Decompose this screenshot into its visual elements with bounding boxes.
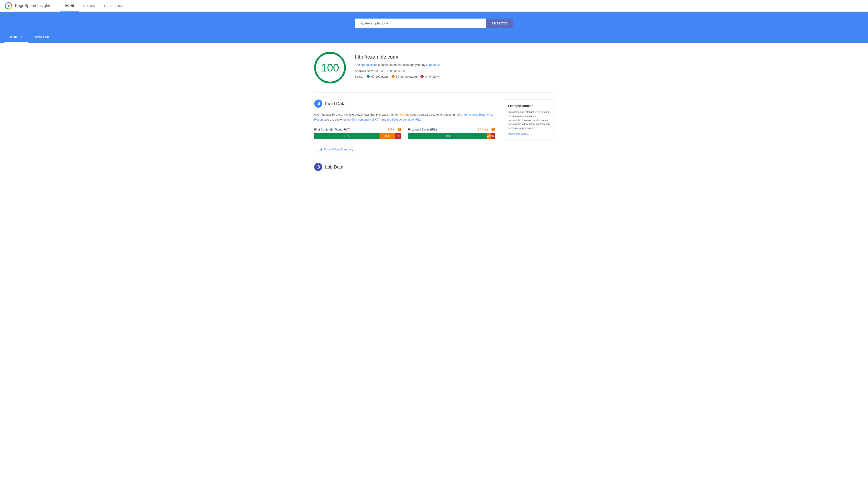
- logo: PageSpeed Insights: [4, 2, 51, 10]
- field-data-icon: [314, 99, 322, 108]
- scale-dot-average: [392, 75, 395, 78]
- fid-value-row: 147 ms i: [478, 128, 495, 131]
- scale-label: Scale:: [355, 75, 363, 78]
- scale-label-average: 50-89 (average): [396, 75, 417, 78]
- fid-progress-bar: 93% 4% 3%: [408, 133, 495, 139]
- main-nav: HOME GUIDES REFERENCE: [60, 0, 128, 12]
- fcp-link[interactable]: the 90th percentile of FCP: [347, 118, 381, 121]
- scale-item-slow: 0-49 (slow): [420, 75, 439, 78]
- sidebar-card-link[interactable]: More information...: [508, 132, 529, 135]
- score-circle: 100: [314, 52, 346, 83]
- score-url: http://example.com/: [355, 54, 441, 60]
- score-info: http://example.com/ The speed score is b…: [355, 52, 441, 78]
- nav-item-reference[interactable]: REFERENCE: [100, 0, 128, 12]
- fid-bar-green: 93%: [408, 133, 487, 139]
- nav-item-guides[interactable]: GUIDES: [79, 0, 100, 12]
- fcp-bar-orange: 18%: [379, 133, 395, 139]
- field-data-title: Field Data: [325, 101, 346, 106]
- fid-bar-orange: 4%: [487, 133, 491, 139]
- url-input[interactable]: [355, 19, 486, 28]
- scale-item-average: 50-89 (average): [392, 75, 417, 78]
- lab-data-icon: [314, 163, 322, 171]
- field-desc-3: . We are showing: [323, 118, 347, 121]
- origin-summary-button[interactable]: Show Origin Summary: [314, 145, 357, 154]
- fcp-value: 1.9 s: [388, 128, 394, 131]
- score-circle-container: 100: [314, 52, 346, 83]
- lighthouse-link[interactable]: Lighthouse: [426, 63, 440, 66]
- metric-fid: First Input Delay (FID) 147 ms i 93% 4% …: [408, 128, 495, 139]
- content-row: Field Data Over the last 30 days, the fi…: [314, 99, 554, 175]
- fcp-label: First Contentful Paint (FCP): [314, 128, 350, 131]
- analyze-button[interactable]: ANALYZE: [486, 19, 513, 28]
- svg-point-0: [8, 5, 9, 7]
- svg-rect-1: [317, 104, 317, 105]
- stopwatch-icon: [316, 165, 320, 169]
- lab-data-title: Lab Data: [325, 165, 343, 170]
- fid-bar-red: 3%: [491, 133, 495, 139]
- content-sidebar: Example Domain This domain is establishe…: [504, 99, 554, 175]
- lab-data-header: Lab Data: [314, 163, 495, 171]
- fid-value: 147 ms: [478, 128, 488, 131]
- fcp-progress-bar: 75% 18% 7%: [314, 133, 401, 139]
- header: PageSpeed Insights HOME GUIDES REFERENCE: [0, 0, 868, 12]
- svg-rect-4: [318, 150, 319, 151]
- tab-desktop[interactable]: DESKTOP: [28, 32, 55, 43]
- svg-rect-3: [319, 102, 320, 105]
- fcp-bar-green: 75%: [314, 133, 379, 139]
- score-section: 100 http://example.com/ The speed score …: [314, 52, 554, 83]
- speed-score-link[interactable]: speed score: [361, 63, 377, 66]
- sidebar-card-body: This domain is established to be used fo…: [508, 110, 550, 130]
- metric-fcp: First Contentful Paint (FCP) 1.9 s i 75%…: [314, 128, 401, 139]
- svg-rect-2: [318, 103, 319, 105]
- sidebar-card: Example Domain This domain is establishe…: [504, 99, 554, 140]
- origin-summary-label: Show Origin Summary: [324, 148, 353, 151]
- scale-row: Scale: 90-100 (fast) 50-89 (average) 0-4…: [355, 75, 441, 78]
- fcp-value-row: 1.9 s i: [388, 128, 401, 131]
- device-tabs: MOBILE DESKTOP: [4, 32, 864, 43]
- score-value: 100: [321, 61, 339, 74]
- scale-label-slow: 0-49 (slow): [425, 75, 439, 78]
- field-data-header: Field Data: [314, 99, 495, 108]
- desc-prefix: The: [355, 63, 361, 66]
- field-desc-1: Over the last 30 days, the field data sh…: [314, 113, 398, 116]
- bar-chart-icon: [316, 101, 320, 106]
- svg-rect-6: [321, 148, 322, 151]
- svg-rect-5: [320, 149, 320, 151]
- scale-dot-fast: [367, 75, 370, 78]
- scale-dot-slow: [420, 75, 423, 78]
- speed-rating-link[interactable]: Average: [398, 113, 409, 116]
- content-main: Field Data Over the last 30 days, the fi…: [314, 99, 495, 175]
- search-bar: ANALYZE: [355, 19, 513, 28]
- nav-item-home[interactable]: HOME: [60, 0, 79, 12]
- fcp-info-icon[interactable]: i: [398, 128, 401, 131]
- field-desc-4: and: [381, 118, 387, 121]
- fid-label-row: First Input Delay (FID) 147 ms i: [408, 128, 495, 131]
- analysis-time: Analysis time: 11/12/2018, 9:33:35 AM: [355, 69, 441, 73]
- scale-label-fast: 90-100 (fast): [371, 75, 388, 78]
- hero-banner: ANALYZE MOBILE DESKTOP: [0, 12, 868, 43]
- sidebar-card-title: Example Domain: [508, 103, 550, 108]
- origin-summary-icon: [318, 147, 322, 151]
- desc-middle: is based on the lab data analyzed by: [377, 63, 426, 66]
- fcp-label-row: First Contentful Paint (FCP) 1.9 s i: [314, 128, 401, 131]
- logo-text: PageSpeed Insights: [15, 3, 51, 8]
- scale-item-fast: 90-100 (fast): [367, 75, 388, 78]
- metrics-grid: First Contentful Paint (FCP) 1.9 s i 75%…: [314, 128, 495, 139]
- field-desc-5: .: [420, 118, 421, 121]
- field-data-description: Over the last 30 days, the field data sh…: [314, 112, 495, 122]
- field-desc-2: speed compared to other pages in the: [409, 113, 460, 116]
- fid-info-icon[interactable]: i: [491, 128, 495, 131]
- fcp-bar-red: 7%: [395, 133, 401, 139]
- desc-suffix: .: [440, 63, 441, 66]
- logo-icon: [4, 2, 13, 10]
- lab-data-section: Lab Data: [314, 163, 495, 171]
- fid-link[interactable]: the 95th percentile of FID: [387, 118, 420, 121]
- tab-mobile[interactable]: MOBILE: [4, 32, 28, 43]
- score-description: The speed score is based on the lab data…: [355, 63, 441, 68]
- main-content: 100 http://example.com/ The speed score …: [310, 43, 558, 185]
- fid-label: First Input Delay (FID): [408, 128, 437, 131]
